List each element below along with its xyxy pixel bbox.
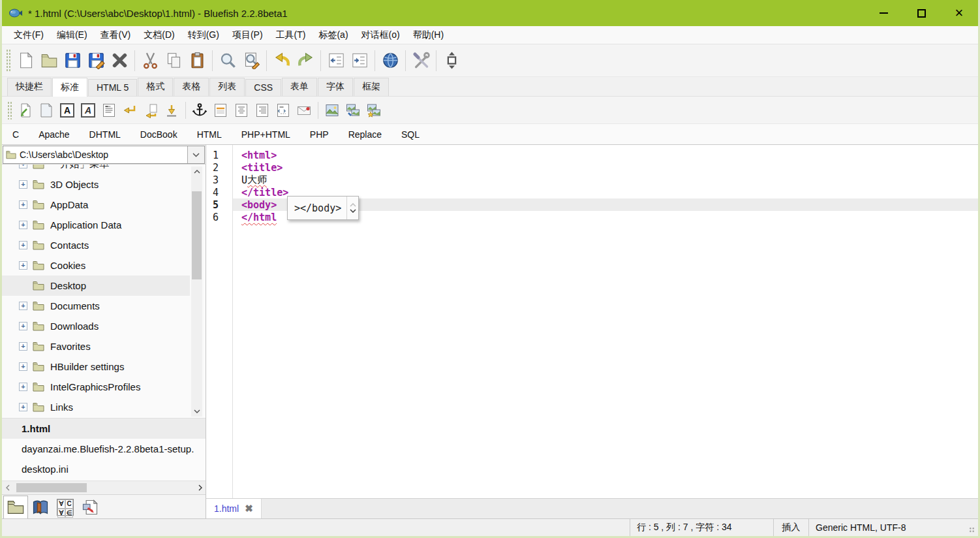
body-tag-button[interactable]	[36, 100, 57, 121]
thumbnail-button[interactable]	[343, 100, 363, 121]
toolbar-tab[interactable]: HTML 5	[88, 79, 137, 96]
save-button[interactable]	[61, 48, 84, 73]
menu-item[interactable]: 查看(V)	[94, 27, 138, 44]
comment-button[interactable]	[273, 100, 294, 121]
menu-item[interactable]: 文件(F)	[7, 27, 50, 44]
code-line[interactable]: 2<title>	[206, 161, 978, 174]
copy-button[interactable]	[162, 48, 185, 73]
language-bar-item[interactable]: C	[12, 129, 19, 140]
expander-icon[interactable]: +	[19, 383, 27, 391]
tab-reference[interactable]	[28, 496, 53, 518]
code-line[interactable]: 1<html>	[206, 149, 978, 161]
language-bar-item[interactable]: Replace	[348, 129, 382, 140]
email-button[interactable]	[294, 100, 314, 121]
tree-vertical-scrollbar[interactable]	[191, 166, 202, 417]
path-combo-dropdown-button[interactable]	[187, 146, 204, 163]
expander-icon[interactable]: +	[19, 261, 27, 270]
resize-grip[interactable]	[964, 519, 978, 536]
path-combo[interactable]: C:\Users\abc\Desktop	[3, 146, 205, 164]
sidebar-horizontal-scrollbar[interactable]	[2, 481, 206, 494]
language-bar-item[interactable]: DocBook	[140, 129, 177, 140]
quickstart-button[interactable]	[15, 100, 36, 121]
expander-icon[interactable]: +	[19, 342, 27, 351]
center-button[interactable]	[231, 100, 252, 121]
expander-icon[interactable]: +	[19, 165, 27, 168]
non-breaking-space-button[interactable]	[161, 100, 182, 121]
scrollbar-thumb[interactable]	[16, 483, 87, 492]
menu-item[interactable]: 帮助(H)	[406, 27, 450, 44]
tree-item[interactable]: +Cookies	[2, 255, 190, 276]
find-button[interactable]	[216, 48, 239, 73]
file-list-item[interactable]: dayanzai.me.Bluefish-2.2.8beta1-setup.	[2, 439, 206, 459]
expander-icon[interactable]: +	[19, 241, 27, 249]
language-bar-item[interactable]: HTML	[197, 129, 222, 140]
file-list-item[interactable]: desktop.ini	[2, 459, 206, 479]
tree-item[interactable]: +Application Data	[2, 215, 190, 235]
bold-button[interactable]: A	[57, 100, 78, 121]
tree-item[interactable]: +IntelGraphicsProfiles	[2, 377, 190, 397]
toolbar-tab[interactable]: 列表	[209, 78, 245, 96]
document-tab-close-icon[interactable]: ✖	[245, 503, 253, 514]
menu-item[interactable]: 项目(P)	[226, 27, 269, 44]
tree-item[interactable]: Desktop	[2, 276, 190, 296]
close-document-button[interactable]	[108, 48, 131, 73]
tab-file-browser[interactable]	[3, 496, 28, 518]
paste-button[interactable]	[185, 48, 209, 73]
tab-character-map[interactable]: ∀C∀∈	[53, 496, 78, 518]
save-as-button[interactable]	[84, 48, 108, 73]
language-bar-item[interactable]: SQL	[401, 129, 420, 140]
toolbar-tab[interactable]: 字体	[318, 78, 353, 96]
autocomplete-spinner[interactable]	[346, 197, 358, 219]
expander-icon[interactable]: +	[19, 180, 27, 189]
toolbar-tab[interactable]: CSS	[245, 79, 281, 96]
redo-button[interactable]	[294, 48, 317, 73]
file-list-item[interactable]: 1.html	[2, 419, 206, 439]
menu-item[interactable]: 转到(G)	[181, 27, 226, 44]
open-file-button[interactable]	[37, 48, 61, 73]
right-justify-button[interactable]	[252, 100, 273, 121]
anchor-button[interactable]	[189, 100, 210, 121]
toolbar-tab[interactable]: 表格	[174, 78, 209, 96]
tree-item[interactable]: +Documents	[2, 296, 190, 316]
cut-button[interactable]	[138, 48, 162, 73]
language-bar-item[interactable]: Apache	[38, 129, 69, 140]
toolbar-tab[interactable]: 框架	[354, 78, 389, 96]
toolbar-tab[interactable]: 快捷栏	[7, 78, 52, 96]
tree-item[interactable]: +AppData	[2, 195, 190, 215]
menu-item[interactable]: 对话框(o)	[355, 27, 406, 44]
tree-item[interactable]: +「开始」菜单	[2, 165, 190, 174]
tree-item[interactable]: +Downloads	[2, 316, 190, 336]
expander-icon[interactable]: +	[19, 200, 27, 209]
code-area[interactable]: 1<html>2<title>3U大师4</title>5<body>6</ht…	[206, 145, 978, 498]
tree-item[interactable]: +Favorites	[2, 336, 190, 356]
language-bar-item[interactable]: PHP	[310, 129, 329, 140]
preview-in-browser-button[interactable]	[378, 48, 402, 73]
scroll-up-button[interactable]	[191, 166, 202, 177]
minimize-button[interactable]	[865, 0, 902, 26]
fullscreen-button[interactable]	[440, 48, 463, 73]
scrollbar-track[interactable]	[13, 481, 194, 494]
menu-item[interactable]: 文档(D)	[137, 27, 181, 44]
toolbar-grip[interactable]	[7, 101, 12, 119]
close-button[interactable]: ×	[940, 0, 978, 26]
toolbar-tab[interactable]: 表单	[282, 78, 317, 96]
code-line[interactable]: 3U大师	[206, 174, 978, 186]
menu-item[interactable]: 标签(a)	[312, 27, 354, 44]
tree-item[interactable]: +Contacts	[2, 235, 190, 255]
indent-button[interactable]	[348, 48, 371, 73]
scrollbar-thumb[interactable]	[192, 191, 202, 279]
expander-icon[interactable]: +	[19, 403, 27, 411]
maximize-button[interactable]	[902, 0, 940, 26]
document-tab-1html[interactable]: 1.html ✖	[206, 499, 262, 518]
expander-icon[interactable]: +	[19, 362, 27, 371]
paragraph-button[interactable]	[99, 100, 119, 121]
toolbar-grip[interactable]	[6, 49, 10, 72]
language-bar-item[interactable]: PHP+HTML	[241, 129, 290, 140]
preferences-button[interactable]	[409, 48, 433, 73]
autocomplete-suggestion[interactable]: ></body>	[288, 202, 346, 214]
toolbar-tab[interactable]: 标准	[52, 78, 87, 97]
find-replace-button[interactable]	[239, 48, 263, 73]
scroll-down-button[interactable]	[191, 406, 202, 417]
tab-snippets[interactable]	[78, 496, 102, 518]
multi-thumbnail-button[interactable]	[363, 100, 384, 121]
